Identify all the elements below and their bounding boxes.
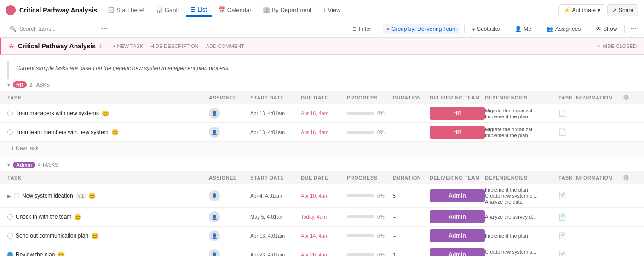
task-name[interactable]: New system ideation [22,192,73,199]
due-date: Apr 16, 4am [301,129,347,135]
task-info-cell: 📄 [558,232,623,239]
task-emoji: 😊 [88,192,96,199]
filter-button[interactable]: ⊟ Filter [349,24,375,34]
admin-chevron-icon[interactable]: ▾ [7,162,10,168]
duration: 5 [393,193,430,198]
task-info-icon[interactable]: 📄 [558,232,566,239]
filter-label: Filter [359,26,371,32]
col-dependencies: DEPENDENCIES [485,173,558,182]
more-toolbar-icon[interactable]: ••• [628,25,638,32]
task-info-icon[interactable]: 📄 [558,251,566,256]
me-label: Me [523,26,531,32]
task-row: Train team members with new system 😊 👤 A… [0,123,644,142]
department-icon: 🏢 [263,6,270,13]
task-checkbox[interactable] [7,252,13,256]
group-by-button[interactable]: ● Group by: Delivering Team [383,24,460,34]
task-info-cell: 📄 [558,128,623,136]
task-checkbox[interactable] [7,129,13,135]
assignee-avatar[interactable]: 👤 [209,249,220,256]
show-button[interactable]: 👁 Show [592,24,621,34]
progress-cell: 0% [347,252,393,256]
expand-icon[interactable]: ▶ [7,193,11,198]
task-emoji: 😊 [74,214,81,221]
col-progress: PROGRESS [347,173,393,182]
task-info-cell: 📄 [558,251,623,256]
hide-description-button[interactable]: HIDE DESCRIPTION [149,42,201,50]
task-row: ▶ New system ideation ⎆ 1 😊 👤 Apr 4, 4:0… [0,184,644,208]
col-assignee: ASSIGNEE [209,173,250,182]
task-row: Send out communication plan 😊 👤 Apr 13, … [0,227,644,245]
subtasks-button[interactable]: ⎆ Subtasks [468,24,503,34]
automate-button[interactable]: ⚡ Automate ▾ [558,4,605,16]
col-task: TASK [7,93,209,102]
task-info-icon[interactable]: 📄 [558,110,566,117]
task-info-cell: 📄 [558,192,623,199]
hr-chevron-icon[interactable]: ▾ [7,82,10,88]
task-info-icon[interactable]: 📄 [558,213,566,221]
add-comment-button[interactable]: ADD COMMENT [204,42,246,50]
task-checkbox[interactable] [7,233,13,239]
share-button[interactable]: ↗ Share [607,4,638,16]
task-name[interactable]: Check in with the team [16,214,71,220]
task-checkbox[interactable] [7,214,13,220]
assignee-avatar[interactable]: 👤 [209,211,220,222]
group-by-label: Group by: Delivering Team [391,26,457,32]
subtasks-label: Subtasks [477,26,500,32]
tab-by-department[interactable]: 🏢 By Department [258,4,316,16]
subtask-badge[interactable]: ⎆ 1 [76,193,86,199]
section-info-icon[interactable]: ℹ [99,43,102,49]
top-nav: Critical Pathway Analysis 📋 Start here! … [0,0,644,20]
add-task-button[interactable]: + New task [7,143,42,153]
tab-gantt[interactable]: 📊 Gantt [151,4,184,16]
task-info-icon[interactable]: 📄 [558,128,566,136]
gantt-label: Gantt [165,6,179,13]
new-task-button[interactable]: + NEW TASK [111,42,145,50]
task-name[interactable]: Review the plan [16,251,55,256]
show-icon: 👁 [596,26,601,32]
progress-bar [347,234,374,237]
section-collapse-icon[interactable]: ⊖ [9,42,14,50]
calendar-icon: 📅 [218,6,225,13]
task-emoji: 😊 [91,233,98,239]
search-box[interactable]: 🔍 Search tasks... [6,23,98,35]
add-task-row: + New task [0,142,644,157]
task-name-cell: ▶ New system ideation ⎆ 1 😊 [7,192,209,199]
task-name-cell: Send out communication plan 😊 [7,233,209,239]
tab-view[interactable]: + View [318,4,345,16]
col-add[interactable]: ⊕ [623,173,637,182]
progress-bar [347,194,374,197]
task-name[interactable]: Train managers with new systems [16,110,99,116]
more-options-icon[interactable]: ••• [101,25,108,32]
assignee-avatar[interactable]: 👤 [209,108,220,119]
task-name-cell: Train managers with new systems 😊 [7,110,209,117]
progress-bar [347,131,374,134]
group-admin: ▾ Admin 4 TASKS TASK ASSIGNEE START DATE… [0,159,644,256]
tab-list[interactable]: ☰ List [186,3,212,17]
col-add[interactable]: ⊕ [623,93,637,102]
assignees-button[interactable]: 👥 Assignees [543,24,584,34]
task-name[interactable]: Train team members with new system [16,129,109,135]
task-name[interactable]: Send out communication plan [16,233,88,239]
dependencies-cell: Migrate the organizat... Implement the p… [485,108,558,119]
app-logo [6,5,16,15]
delivering-team-cell: Admin [430,210,485,223]
delivering-team-cell: HR [430,126,485,139]
assignee-avatar[interactable]: 👤 [209,127,220,138]
tab-start-here[interactable]: 📋 Start here! [103,4,149,16]
app-title: Critical Pathway Analysis [19,6,97,14]
start-date: Apr 13, 4:01am [250,129,301,135]
assignee-avatar[interactable]: 👤 [209,230,220,241]
col-duration: DURATION [393,93,430,102]
task-checkbox[interactable] [14,193,19,198]
view-label: + View [322,6,340,13]
task-name-cell: Train team members with new system 😊 [7,129,209,136]
start-date: Apr 13, 4:01am [250,111,301,116]
task-info-icon[interactable]: 📄 [558,192,566,199]
task-checkbox[interactable] [7,111,13,116]
me-button[interactable]: 👤 Me [511,24,535,34]
tab-calendar[interactable]: 📅 Calendar [213,4,256,16]
assignee-avatar[interactable]: 👤 [209,190,220,201]
toolbar: 🔍 Search tasks... ••• ⊟ Filter ● Group b… [0,20,644,38]
duration: – [393,233,430,239]
hide-closed-button[interactable]: ✓ HIDE CLOSED [597,43,637,49]
